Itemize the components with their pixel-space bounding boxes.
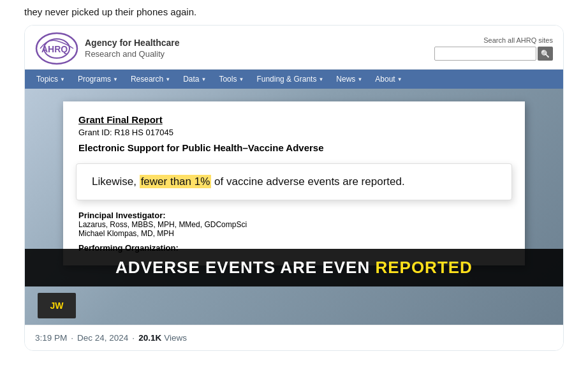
views-count: 20.1K	[138, 333, 161, 343]
nav-research[interactable]: Research ▼	[124, 70, 177, 89]
ahrq-logo-text: Agency for Healthcare Research and Quali…	[85, 37, 180, 59]
highlight-word: fewer than 1%	[140, 175, 212, 188]
svg-text:AHRQ: AHRQ	[41, 44, 68, 54]
nav-news[interactable]: News ▼	[330, 70, 369, 89]
ahrq-logo-icon: AHRQ	[35, 32, 78, 65]
card-footer: 3:19 PM · Dec 24, 2024 · 20.1K Views	[25, 325, 563, 350]
tweet-time: 3:19 PM	[35, 333, 67, 343]
views-label: Views	[164, 333, 187, 343]
search-area: Search all AHRQ sites	[434, 36, 553, 61]
ahrq-logo-area: AHRQ Agency for Healthcare Research and …	[35, 32, 180, 65]
pi-label: Principal Investigator:	[78, 211, 510, 220]
intro-text: they never picked up their phones again.	[0, 0, 588, 25]
pi-name2: Michael Klompas, MD, MPH	[78, 229, 510, 238]
banner-text: ADVERSE EVENTS ARE EVEN REPORTED	[115, 258, 473, 278]
bottom-logo: JW	[38, 293, 76, 318]
grant-report-title: Grant Final Report	[78, 114, 510, 125]
search-button[interactable]	[538, 47, 553, 61]
nav-about[interactable]: About ▼	[369, 70, 408, 89]
funding-arrow-icon: ▼	[318, 77, 323, 82]
highlight-box: Likewise, fewer than 1% of vaccine adver…	[76, 163, 512, 200]
highlight-suffix: of vaccine adverse events are reported.	[211, 175, 404, 188]
search-label: Search all AHRQ sites	[483, 36, 553, 44]
nav-data[interactable]: Data ▼	[177, 70, 212, 89]
embedded-card: AHRQ Agency for Healthcare Research and …	[24, 25, 564, 351]
tools-arrow-icon: ▼	[239, 77, 244, 82]
nav-tools[interactable]: Tools ▼	[212, 70, 250, 89]
bottom-logo-text: JW	[50, 301, 64, 311]
highlight-prefix: Likewise,	[92, 175, 140, 188]
ahrq-header: AHRQ Agency for Healthcare Research and …	[25, 26, 563, 70]
nav-funding[interactable]: Funding & Grants ▼	[250, 70, 330, 89]
search-input[interactable]	[434, 47, 536, 61]
data-arrow-icon: ▼	[202, 77, 207, 82]
page-wrapper: they never picked up their phones again.…	[0, 0, 588, 351]
dot-separator-1: ·	[71, 333, 73, 343]
programs-arrow-icon: ▼	[113, 77, 118, 82]
grant-id: Grant ID: R18 HS 017045	[78, 128, 510, 137]
dot-separator-2: ·	[132, 333, 135, 343]
nav-programs[interactable]: Programs ▼	[71, 70, 124, 89]
document-area: Grant Final Report Grant ID: R18 HS 0170…	[25, 89, 563, 325]
about-arrow-icon: ▼	[397, 77, 402, 82]
topics-arrow-icon: ▼	[60, 77, 65, 82]
research-arrow-icon: ▼	[165, 77, 170, 82]
banner-overlay: ADVERSE EVENTS ARE EVEN REPORTED	[25, 249, 563, 286]
ahrq-nav: Topics ▼ Programs ▼ Research ▼ Data ▼ To…	[25, 70, 563, 89]
tweet-date: Dec 24, 2024	[77, 333, 128, 343]
pi-name: Lazarus, Ross, MBBS, MPH, MMed, GDCompSc…	[78, 220, 510, 229]
doc-subtitle: Electronic Support for Public Health–Vac…	[78, 142, 510, 153]
banner-highlight-text: REPORTED	[375, 258, 472, 277]
search-row	[434, 47, 553, 61]
document-paper: Grant Final Report Grant ID: R18 HS 0170…	[63, 101, 525, 265]
nav-topics[interactable]: Topics ▼	[30, 70, 71, 89]
news-arrow-icon: ▼	[357, 77, 362, 82]
